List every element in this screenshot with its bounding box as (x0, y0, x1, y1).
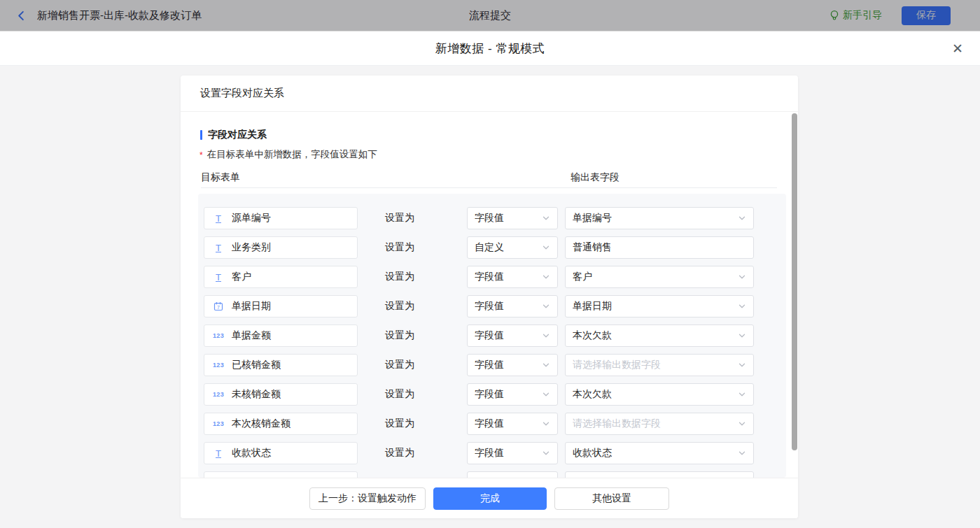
chevron-down-icon (542, 449, 550, 457)
mapping-row: 123单据金额设置为字段值本次欠款 (204, 324, 786, 347)
set-as-label: 设置为 (385, 300, 416, 313)
target-field-label: 源单编号 (232, 212, 271, 224)
mode-select[interactable]: 字段值 (467, 413, 558, 435)
output-field-select[interactable]: 收款状态 (565, 442, 754, 464)
mapping-row: T源单编号设置为字段值单据编号 (204, 207, 786, 229)
mode-select[interactable]: 字段值 (467, 354, 558, 376)
target-field-box[interactable]: 123本次核销金额 (204, 413, 358, 435)
output-field-select[interactable]: 单据编号 (565, 207, 754, 229)
output-field-select[interactable]: 本次欠款 (565, 383, 754, 406)
mapping-row: T客户设置为字段值客户 (204, 266, 786, 288)
mapping-row (204, 471, 786, 478)
close-icon[interactable]: ✕ (952, 42, 963, 55)
output-field-select[interactable]: 单据日期 (565, 295, 754, 317)
number-field-icon: 123 (211, 391, 225, 398)
set-as-label: 设置为 (385, 271, 416, 283)
other-settings-button[interactable]: 其他设置 (554, 487, 669, 510)
output-field-select[interactable]: 客户 (565, 266, 754, 288)
output-field-value: 单据日期 (573, 300, 612, 313)
done-button[interactable]: 完成 (433, 487, 547, 510)
section-heading: 字段对应关系 (200, 129, 267, 141)
set-as-label: 设置为 (385, 418, 416, 430)
mapping-row: T收款状态设置为字段值收款状态 (204, 442, 786, 464)
card-header-title: 设置字段对应关系 (181, 76, 798, 112)
chevron-down-icon (738, 331, 746, 340)
target-field-box[interactable]: T客户 (204, 266, 358, 288)
modal-title: 新增数据 - 常规模式 (435, 41, 545, 57)
chevron-down-icon (738, 214, 746, 222)
required-asterisk: * (200, 150, 203, 160)
svg-text:7: 7 (217, 305, 220, 310)
output-field-value: 请选择输出数据字段 (573, 418, 661, 430)
card-footer: 上一步：设置触发动作 完成 其他设置 (181, 478, 798, 518)
target-field-box[interactable]: T业务类别 (204, 236, 358, 259)
topbar-left: 新增销售开票-出库-收款及修改订单 (15, 9, 202, 22)
custom-value-input[interactable]: 普通销售 (565, 236, 754, 259)
mapping-row: 7单据日期设置为字段值单据日期 (204, 295, 786, 317)
chevron-down-icon (542, 302, 550, 311)
scrollbar-thumb[interactable] (792, 113, 797, 450)
output-field-value: 本次欠款 (573, 329, 612, 342)
back-button[interactable] (15, 10, 27, 22)
chevron-down-icon (542, 390, 550, 399)
chevron-down-icon (542, 361, 550, 369)
set-as-label: 设置为 (385, 359, 416, 371)
date-field-icon: 7 (211, 301, 225, 311)
mode-select[interactable]: 字段值 (467, 295, 558, 317)
mode-select-value: 字段值 (475, 447, 504, 459)
mapping-row: 123未核销金额设置为字段值本次欠款 (204, 383, 786, 406)
target-field-box[interactable] (204, 471, 358, 478)
chevron-down-icon (738, 390, 746, 399)
output-field-select[interactable]: 本次欠款 (565, 324, 754, 347)
section-note: * 在目标表单中新增数据，字段值设置如下 (200, 148, 377, 161)
chevron-down-icon (542, 214, 550, 222)
mode-select-value: 字段值 (475, 418, 504, 430)
modal-body-backdrop: 设置字段对应关系 字段对应关系 * 在目标表单中新增数据，字段值设置如下 目标表… (0, 66, 980, 528)
save-button[interactable]: 保存 (902, 6, 951, 25)
mode-select-value: 字段值 (475, 212, 504, 224)
beginner-guide-link[interactable]: 新手引导 (830, 9, 882, 22)
previous-step-button[interactable]: 上一步：设置触发动作 (309, 487, 426, 510)
set-as-label: 设置为 (385, 388, 416, 401)
target-field-box[interactable]: T收款状态 (204, 442, 358, 464)
mode-select[interactable]: 字段值 (467, 324, 558, 347)
mode-select[interactable]: 字段值 (467, 442, 558, 464)
output-field-select[interactable]: 请选择输出数据字段 (565, 413, 754, 435)
mapping-row: 123已核销金额设置为字段值请选择输出数据字段 (204, 354, 786, 376)
target-field-box[interactable]: T源单编号 (204, 207, 358, 229)
mode-select-value: 自定义 (475, 241, 504, 254)
target-field-box[interactable]: 7单据日期 (204, 295, 358, 317)
target-field-box[interactable]: 123未核销金额 (204, 383, 358, 406)
mode-select[interactable]: 字段值 (467, 266, 558, 288)
field-mapping-card: 设置字段对应关系 字段对应关系 * 在目标表单中新增数据，字段值设置如下 目标表… (181, 76, 798, 518)
section-title: 字段对应关系 (208, 129, 267, 141)
set-as-label: 设置为 (385, 447, 416, 459)
flow-title: 新增销售开票-出库-收款及修改订单 (37, 9, 202, 22)
chevron-down-icon (542, 331, 550, 340)
target-field-label: 本次核销金额 (232, 418, 290, 430)
mode-select-value: 字段值 (475, 359, 504, 371)
target-field-label: 未核销金额 (232, 388, 281, 401)
output-field-value: 单据编号 (573, 212, 612, 224)
lightbulb-icon (830, 10, 839, 22)
target-field-label: 业务类别 (232, 241, 271, 254)
output-field-value: 收款状态 (573, 447, 612, 459)
output-field-select[interactable]: 请选择输出数据字段 (565, 354, 754, 376)
mapping-row: T业务类别设置为自定义普通销售 (204, 236, 786, 259)
mapping-row: 123本次核销金额设置为字段值请选择输出数据字段 (204, 413, 786, 435)
target-field-box[interactable]: 123已核销金额 (204, 354, 358, 376)
chevron-down-icon (738, 449, 746, 457)
screen: 新增销售开票-出库-收款及修改订单 流程提交 新手引导 保存 新增数据 - 常规… (0, 0, 980, 528)
chevron-down-icon (542, 273, 550, 281)
text-field-icon: T (211, 272, 225, 283)
mode-select-value: 字段值 (475, 271, 504, 283)
target-field-box[interactable]: 123单据金额 (204, 324, 358, 347)
topbar-center-title: 流程提交 (469, 9, 511, 22)
mode-select[interactable]: 字段值 (467, 207, 558, 229)
mode-select[interactable]: 自定义 (467, 236, 558, 259)
mode-select[interactable] (467, 471, 558, 478)
output-field-select[interactable] (565, 471, 754, 478)
topbar-right: 新手引导 保存 (830, 6, 951, 25)
topbar: 新增销售开票-出库-收款及修改订单 流程提交 新手引导 保存 (0, 0, 980, 31)
mode-select[interactable]: 字段值 (467, 383, 558, 406)
